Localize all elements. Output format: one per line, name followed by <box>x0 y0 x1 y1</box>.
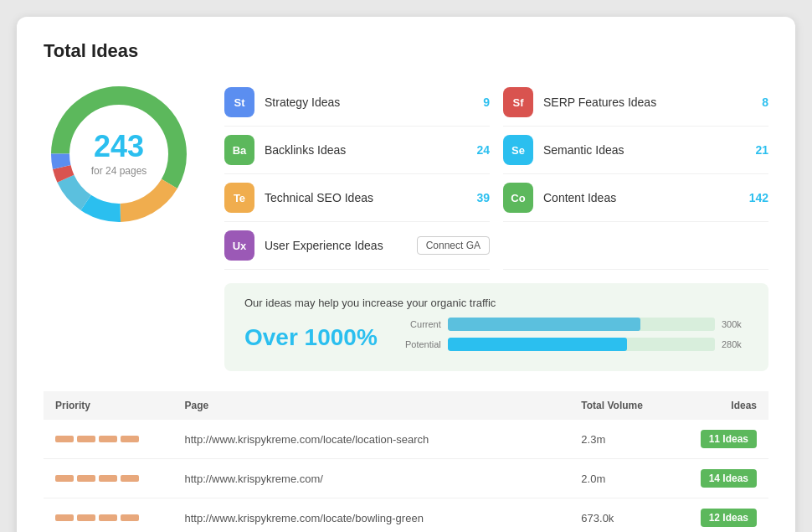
table-header-row: Priority Page Total Volume Ideas <box>44 391 768 420</box>
pbar <box>99 475 117 482</box>
backlinks-count: 24 <box>476 143 490 157</box>
pbar <box>55 475 74 482</box>
bar-label-potential: Potential <box>398 339 441 349</box>
priority-cell <box>44 459 172 498</box>
donut-label: for 24 pages <box>91 165 147 177</box>
ideas-cell: 11 Ideas <box>672 420 768 459</box>
bar-fill-current <box>448 318 640 331</box>
traffic-section: Our ideas may help you increase your org… <box>224 283 768 371</box>
bar-row-current: Current 300k <box>398 318 748 331</box>
technical-badge: Te <box>224 183 254 213</box>
serp-badge: Sf <box>503 87 533 117</box>
donut-total: 243 <box>91 132 147 162</box>
ideas-badge[interactable]: 11 Ideas <box>701 430 757 448</box>
ux-name: User Experience Ideas <box>265 239 410 252</box>
table-body: http://www.krispykreme.com/locate/locati… <box>44 420 768 532</box>
volume-cell: 2.0m <box>569 459 672 498</box>
table-section: Priority Page Total Volume Ideas <box>44 391 768 532</box>
bar-value-potential: 280k <box>722 339 748 349</box>
ideas-cell: 12 Ideas <box>672 498 768 533</box>
traffic-intro: Our ideas may help you increase your org… <box>244 297 748 309</box>
serp-count: 8 <box>762 96 768 109</box>
volume-cell: 673.0k <box>569 498 672 533</box>
col-ideas: Ideas <box>672 391 768 420</box>
strategy-name: Strategy Ideas <box>265 96 476 109</box>
backlinks-badge: Ba <box>224 135 254 165</box>
priority-cell <box>44 498 172 533</box>
traffic-percentage: Over 1000% <box>244 324 378 351</box>
idea-row-ux: Ux User Experience Ideas Connect GA <box>224 222 490 270</box>
content-badge: Co <box>503 183 533 213</box>
ideas-cell: 14 Ideas <box>672 459 768 498</box>
pbar <box>55 514 74 521</box>
page-cell: http://www.krispykreme.com/ <box>172 459 569 498</box>
priority-cell <box>44 420 172 459</box>
pbar <box>121 475 139 482</box>
table-row: http://www.krispykreme.com/locate/locati… <box>44 420 768 459</box>
bar-row-potential: Potential 280k <box>398 338 748 351</box>
traffic-body: Over 1000% Current 300k Potential <box>244 318 748 358</box>
col-page: Page <box>172 391 569 420</box>
data-table: Priority Page Total Volume Ideas <box>44 391 768 532</box>
bar-fill-potential <box>448 338 627 351</box>
idea-row-technical: Te Technical SEO Ideas 39 <box>224 174 490 222</box>
main-card: Total Ideas 243 for 24 <box>17 17 795 532</box>
idea-row-content: Co Content Ideas 142 <box>503 174 768 222</box>
pbar <box>77 475 95 482</box>
col-volume: Total Volume <box>569 391 672 420</box>
bar-track-current <box>448 318 715 331</box>
technical-count: 39 <box>476 191 490 204</box>
semantic-name: Semantic Ideas <box>543 143 748 157</box>
priority-bars <box>55 475 161 482</box>
ideas-rows: St Strategy Ideas 9 Sf SERP Features Ide… <box>224 79 768 270</box>
page-cell: http://www.krispykreme.com/locate/locati… <box>172 420 569 459</box>
volume-cell: 2.3m <box>569 420 672 459</box>
table-row: http://www.krispykreme.com/ 2.0m 14 Idea… <box>44 459 768 498</box>
pbar <box>121 514 139 521</box>
page-cell: http://www.krispykreme.com/locate/bowlin… <box>172 498 569 533</box>
pbar <box>77 436 95 442</box>
traffic-bars: Current 300k Potential 280k <box>398 318 748 358</box>
content-name: Content Ideas <box>543 191 743 204</box>
serp-name: SERP Features Ideas <box>543 96 755 109</box>
ux-badge: Ux <box>224 230 254 261</box>
pbar <box>99 514 117 521</box>
strategy-badge: St <box>224 87 254 117</box>
strategy-count: 9 <box>483 96 490 109</box>
col-priority: Priority <box>44 391 172 420</box>
ideas-badge[interactable]: 14 Ideas <box>701 469 757 488</box>
ideas-badge[interactable]: 12 Ideas <box>701 509 757 527</box>
pbar <box>99 436 117 442</box>
bar-label-current: Current <box>398 319 441 329</box>
card-title: Total Ideas <box>44 40 768 62</box>
bar-track-potential <box>448 338 715 351</box>
table-row: http://www.krispykreme.com/locate/bowlin… <box>44 498 768 533</box>
content-count: 142 <box>749 191 768 204</box>
priority-bars <box>55 436 161 442</box>
idea-row-backlinks: Ba Backlinks Ideas 24 <box>224 127 490 174</box>
bar-value-current: 300k <box>722 319 748 329</box>
semantic-badge: Se <box>503 135 533 165</box>
pbar <box>55 436 74 442</box>
idea-row-semantic: Se Semantic Ideas 21 <box>503 127 768 174</box>
technical-name: Technical SEO Ideas <box>265 191 470 204</box>
connect-ga-button[interactable]: Connect GA <box>417 236 490 255</box>
pbar <box>77 514 95 521</box>
table-head: Priority Page Total Volume Ideas <box>44 391 768 420</box>
ideas-grid: St Strategy Ideas 9 Sf SERP Features Ide… <box>224 79 768 371</box>
idea-row-strategy: St Strategy Ideas 9 <box>224 79 490 127</box>
top-section: 243 for 24 pages St Strategy Ideas 9 Sf … <box>44 79 768 371</box>
donut-chart: 243 for 24 pages <box>44 79 194 230</box>
idea-row-serp: Sf SERP Features Ideas 8 <box>503 79 768 127</box>
semantic-count: 21 <box>755 143 768 157</box>
backlinks-name: Backlinks Ideas <box>265 143 470 157</box>
pbar <box>121 436 139 442</box>
donut-center: 243 for 24 pages <box>91 132 147 177</box>
priority-bars <box>55 514 161 521</box>
idea-row-empty <box>503 222 768 270</box>
